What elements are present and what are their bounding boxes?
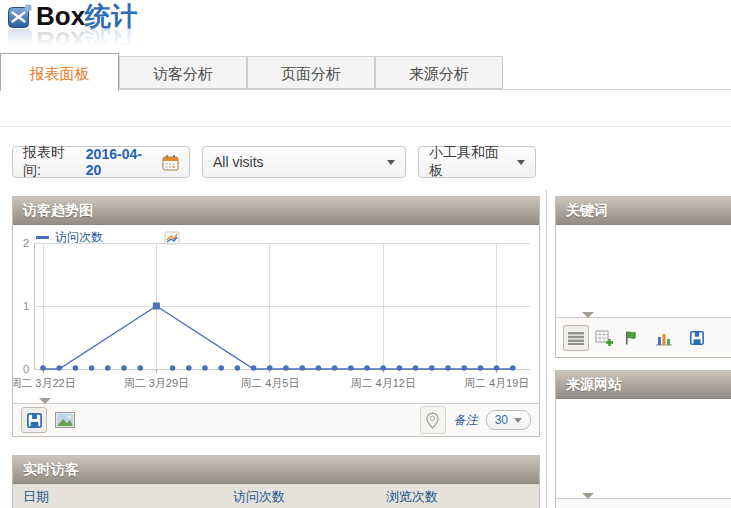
annotations-pin-icon[interactable] (420, 406, 446, 434)
collapse-widget-handle[interactable] (582, 312, 594, 318)
widgets-button-label: 小工具和面板 (429, 144, 510, 180)
trend-line-chart-plot[interactable]: 012周二 3月22日周二 3月29日周二 4月5日周二 4月12日周二 4月1… (13, 225, 539, 405)
all-columns-view-icon[interactable] (592, 326, 616, 350)
chevron-down-icon (514, 418, 522, 423)
filter-bar: 报表时间: 2016-04-20 All visits 小工具 (0, 146, 731, 180)
keywords-body (556, 225, 731, 319)
bar-chart-view-icon[interactable] (652, 326, 676, 350)
logo-reflection: Box统计 (8, 29, 137, 53)
svg-text:2: 2 (23, 237, 29, 249)
brand-name-en: Box (36, 1, 85, 31)
tab-visitor-analysis[interactable]: 访客分析 (119, 56, 247, 89)
widget-keywords-header[interactable]: 关键词 (556, 197, 731, 225)
svg-text:周二 3月22日: 周二 3月22日 (13, 377, 76, 389)
legend-swatch (36, 236, 49, 239)
export-icon[interactable] (21, 407, 47, 433)
segment-selected-label: All visits (213, 154, 264, 170)
referrer-sites-footer (556, 498, 731, 508)
svg-text:周二 4月5日: 周二 4月5日 (240, 377, 299, 389)
chevron-down-icon (387, 160, 395, 165)
svg-text:周二 4月12日: 周二 4月12日 (350, 377, 415, 389)
section-divider (0, 126, 731, 127)
date-label: 报表时间: (23, 144, 81, 180)
main-nav-tabs: 报表面板 访客分析 页面分析 来源分析 (0, 53, 731, 90)
brand-name-zh: 统计 (85, 1, 137, 31)
date-value: 2016-04-20 (86, 146, 155, 178)
widget-visitor-trend: 访客趋势图 访问次数 012周二 3月22日周二 3月29日周二 4月5日周二 … (12, 196, 540, 437)
realtime-table-header: 日期 访问次数 浏览次数 (13, 484, 539, 508)
collapse-widget-handle[interactable] (582, 493, 594, 499)
svg-text:0: 0 (23, 363, 29, 375)
calendar-icon[interactable] (162, 154, 179, 171)
legend-label: 访问次数 (55, 229, 103, 246)
widget-keywords: 关键词 (555, 196, 731, 358)
chart-legend: 访问次数 (36, 229, 180, 246)
app-logo-icon (8, 4, 32, 28)
annotations-link[interactable]: 备注 (454, 412, 478, 429)
date-range-selector[interactable]: 报表时间: 2016-04-20 (12, 146, 190, 178)
tab-referrer-analysis[interactable]: 来源分析 (375, 56, 503, 89)
keywords-footer (556, 317, 731, 357)
column-header-visits: 访问次数 (233, 484, 285, 508)
app-logo[interactable]: Box统计 Box统计 (8, 4, 137, 50)
brand-name: Box统计 (36, 4, 137, 28)
dashboard-screen: Box统计 Box统计 报表面板 访客分析 页面分析 来源分析 报表时间: 20… (0, 0, 731, 508)
chart-type-icon[interactable] (164, 230, 180, 246)
export-icon[interactable] (685, 326, 709, 350)
rows-count-value: 30 (495, 413, 508, 427)
column-header-date: 日期 (23, 484, 49, 508)
dashboard-column-separator (546, 190, 547, 508)
chart-footer: 备注 30 (13, 403, 539, 436)
tab-report-dashboard[interactable]: 报表面板 (0, 53, 119, 91)
visitor-trend-chart[interactable]: 访问次数 012周二 3月22日周二 3月29日周二 4月5日周二 4月12日周… (13, 225, 539, 405)
widget-realtime-visitors: 实时访客 日期 访问次数 浏览次数 (12, 455, 540, 508)
referrer-sites-body (556, 399, 731, 498)
column-header-pageviews: 浏览次数 (386, 484, 438, 508)
widgets-menu-button[interactable]: 小工具和面板 (418, 146, 536, 178)
segment-selector[interactable]: All visits (202, 146, 406, 178)
tab-page-analysis[interactable]: 页面分析 (247, 56, 375, 89)
svg-text:1: 1 (23, 300, 29, 312)
widget-visitor-trend-header[interactable]: 访客趋势图 (13, 197, 539, 225)
widget-realtime-header[interactable]: 实时访客 (13, 456, 539, 484)
chevron-down-icon (517, 160, 525, 165)
export-image-icon[interactable] (53, 408, 77, 432)
goals-view-icon[interactable] (619, 326, 643, 350)
collapse-widget-handle[interactable] (39, 398, 51, 404)
svg-text:周二 4月19日: 周二 4月19日 (464, 377, 529, 389)
widget-referrer-sites: 来源网站 (555, 370, 731, 508)
table-view-icon[interactable] (563, 325, 589, 351)
rows-count-select[interactable]: 30 (486, 410, 531, 430)
widget-referrer-sites-header[interactable]: 来源网站 (556, 371, 731, 399)
svg-text:周二 3月29日: 周二 3月29日 (124, 377, 189, 389)
